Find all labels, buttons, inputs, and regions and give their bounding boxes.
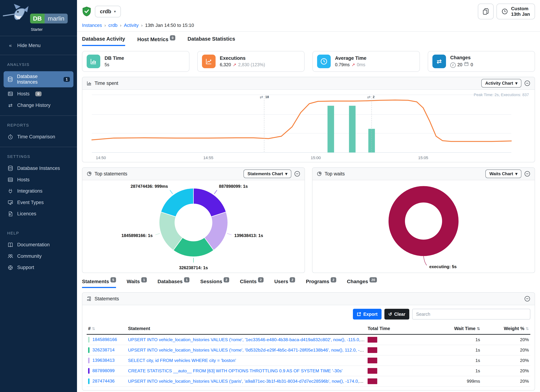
hide-menu-button[interactable]: « Hide Menu [0, 40, 77, 51]
panel-title: Top waits [325, 171, 345, 177]
card-delta: 0ms [357, 62, 365, 67]
card-value: 6,320 [220, 62, 231, 67]
sidebar-item-hosts[interactable]: Hosts 0 [0, 88, 77, 99]
tab-database-activity[interactable]: Database Activity [82, 36, 125, 46]
sidebar-item-change-history[interactable]: ⇄ Change History [0, 99, 77, 111]
activity-chart-selector[interactable]: Activity Chart▾ [481, 79, 521, 88]
tab-statements[interactable]: Statements5 [82, 278, 116, 288]
chevron-down-icon: ▾ [285, 171, 287, 176]
sidebar-item-integrations[interactable]: Integrations [0, 185, 77, 197]
table-row: 1845898166 UPSERT INTO vehicle_location_… [87, 334, 530, 345]
statement-color-chip [88, 347, 90, 353]
statement-id-link[interactable]: 287474436 [92, 379, 115, 383]
card-value: 5s [105, 62, 109, 67]
weight-value: 20% [481, 376, 530, 387]
tab-clients[interactable]: Clients2 [240, 278, 264, 288]
tab-database-statistics[interactable]: Database Statistics [187, 36, 235, 46]
card-value: 0.79ms [335, 62, 350, 67]
people-icon [7, 253, 14, 259]
sidebar-item-label: Change History [17, 103, 50, 108]
statement-link[interactable]: UPSERT INTO vehicle_location_histories V… [128, 337, 366, 342]
sidebar-item-label: Hosts [17, 177, 30, 183]
licence-icon [7, 211, 14, 217]
statement-id-link[interactable]: 139638413 [92, 358, 115, 363]
app: DBmarlin Starter « Hide Menu ANALYSIS Da… [0, 0, 540, 392]
event-types-icon [7, 200, 14, 205]
sidebar-item-licences[interactable]: Licences [0, 208, 77, 219]
sidebar-item-label: Time Comparison [17, 134, 55, 140]
tab-badge: 20 [370, 277, 377, 283]
info-icon: i [450, 62, 456, 68]
export-button[interactable]: Export [353, 309, 381, 319]
sidebar-item-settings-database-instances[interactable]: Database Instances [0, 163, 77, 174]
statements-body: Export ↺ Clear # ⇅ Statement Total Ti [82, 309, 535, 390]
statement-link[interactable]: CREATE STATISTICS __auto__ FROM [63] WIT… [128, 368, 343, 373]
tab-badge: 2 [331, 277, 336, 283]
sidebar-item-support[interactable]: Support [0, 262, 77, 273]
breadcrumb-separator: › [141, 23, 143, 28]
svg-text:⇄: ⇄ [367, 95, 371, 99]
svg-text:139638413: 1s: 139638413: 1s [234, 233, 263, 238]
table-row: 139638413 SELECT city, id FROM vehicles … [87, 355, 530, 366]
pie-chart-icon [317, 171, 322, 176]
search-input[interactable] [412, 309, 530, 319]
tab-badge: 2 [258, 277, 264, 283]
tab-databases[interactable]: Databases1 [158, 278, 190, 288]
col-weight[interactable]: Weight % ⇅ [481, 323, 530, 334]
instance-selector[interactable]: crdb ▾ [95, 6, 121, 17]
statements-panel-header: Statements [82, 293, 535, 305]
sidebar-item-database-instances[interactable]: Database Instances 1 [4, 71, 73, 87]
server-icon [7, 177, 14, 183]
statement-link[interactable]: UPSERT INTO vehicle_location_histories V… [128, 347, 366, 352]
collapse-panel-icon[interactable] [294, 171, 300, 177]
statement-id-link[interactable]: 1845898166 [92, 337, 117, 342]
copy-link-button[interactable] [478, 4, 494, 19]
time-range-button[interactable]: Custom 13th Jan [496, 4, 535, 19]
health-shield-icon [82, 6, 91, 16]
statement-link[interactable]: SELECT city, id FROM vehicles WHERE city… [128, 358, 236, 363]
breadcrumb-instances[interactable]: Instances [82, 23, 102, 28]
table-row: 287474436 UPSERT INTO vehicle_location_h… [87, 376, 530, 387]
col-total-time[interactable]: Total Time [366, 323, 433, 334]
svg-text:15:00: 15:00 [311, 156, 321, 160]
col-statement[interactable]: Statement [127, 323, 366, 334]
time-spent-chart: 14:5014:5515:0015:05⇄18⇄2 [82, 90, 535, 162]
sidebar-item-community[interactable]: Community [0, 250, 77, 262]
weight-value: 20% [481, 355, 530, 366]
col-id[interactable]: # ⇅ [87, 323, 127, 334]
tab-host-metrics[interactable]: Host Metrics0 [137, 36, 175, 46]
sidebar-item-time-comparison[interactable]: Time Comparison [0, 131, 77, 143]
sidebar-item-label: Integrations [17, 188, 42, 194]
tab-waits[interactable]: Waits1 [127, 278, 147, 288]
breadcrumb-crdb[interactable]: crdb [108, 23, 117, 28]
copy-icon [482, 8, 489, 15]
sidebar: DBmarlin Starter « Hide Menu ANALYSIS Da… [0, 0, 77, 392]
col-wait-time[interactable]: Wait Time ⇅ [433, 323, 482, 334]
breadcrumb-activity[interactable]: Activity [124, 23, 139, 28]
statements-chart-selector[interactable]: Statements Chart▾ [244, 169, 291, 178]
breadcrumb-separator: › [120, 23, 121, 28]
sidebar-item-documentation[interactable]: Documentation [0, 239, 77, 250]
tab-programs[interactable]: Programs2 [306, 278, 336, 288]
bar-chart-icon [87, 55, 100, 68]
tab-changes[interactable]: Changes20 [347, 278, 377, 288]
total-time-bar [368, 378, 377, 384]
sidebar-item-settings-hosts[interactable]: Hosts [0, 174, 77, 185]
collapse-panel-icon[interactable] [524, 80, 530, 86]
collapse-panel-icon[interactable] [524, 296, 530, 302]
statement-id-link[interactable]: 887898099 [92, 368, 115, 373]
tab-users[interactable]: Users2 [274, 278, 295, 288]
server-icon [7, 91, 14, 97]
collapse-panel-icon[interactable] [524, 171, 530, 177]
statement-link[interactable]: UPSERT INTO vehicle_location_histories V… [128, 379, 366, 384]
weight-value: 20% [481, 366, 530, 376]
card-average-time: Average Time 0.79ms ↗ 0ms [312, 51, 420, 72]
tab-sessions[interactable]: Sessions2 [200, 278, 229, 288]
clear-button[interactable]: ↺ Clear [385, 309, 410, 319]
statement-id-link[interactable]: 326238714 [92, 347, 115, 352]
trend-up-icon: ↗ [351, 62, 355, 67]
sidebar-item-label: Support [17, 265, 34, 270]
waits-chart-selector[interactable]: Waits Chart▾ [485, 169, 521, 178]
sidebar-item-event-types[interactable]: Event Types [0, 197, 77, 208]
metric-cards: DB Time 5s Executions 6,320 ↗ 2,830 (123… [82, 51, 535, 72]
